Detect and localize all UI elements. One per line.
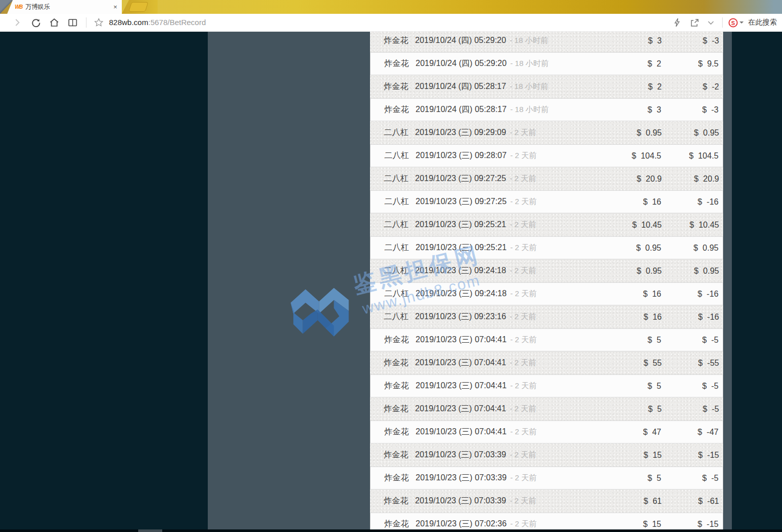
bet-datetime: 2019/10/23 (三) 07:03:39 [416,473,507,482]
time-ago-label: - 2 天前 [510,427,537,436]
time-ago-label: - 2 天前 [510,266,536,275]
search-here-label[interactable]: 在此搜索 [748,18,777,27]
win-loss-cell: $ -61 [662,497,719,506]
tab-title: 万博娱乐 [26,3,114,11]
bet-datetime: 2019/10/23 (三) 09:27:25 [416,197,507,206]
time-cell: 2019/10/23 (三) 09:24:18- 2 天前 [416,289,577,299]
game-name-cell: 炸金花 [370,450,415,460]
url-host: 828wb.com [109,18,148,27]
home-icon[interactable] [49,17,59,28]
win-loss-cell: $ -3 [661,105,719,115]
time-ago-label: - 2 天前 [510,151,537,160]
bet-record-row: 炸金花 2019/10/23 (三) 07:04:41- 2 天前 $ 5 $ … [370,374,723,397]
bet-record-row: 二八杠 2019/10/23 (三) 09:27:25- 2 天前 $ 20.9… [370,167,723,190]
bet-datetime: 2019/10/24 (四) 05:29:20 [415,36,506,45]
time-cell: 2019/10/23 (三) 09:29:09- 2 天前 [415,127,577,138]
bet-amount-cell: $ 47 [577,428,661,437]
bet-record-row: 炸金花 2019/10/23 (三) 07:03:39- 2 天前 $ 61 $… [370,490,723,513]
chevron-down-icon[interactable] [706,17,716,28]
bet-record-row: 炸金花 2019/10/24 (四) 05:28:17- 18 小时前 $ 3 … [370,98,723,121]
game-name-cell: 炸金花 [370,404,415,414]
time-ago-label: - 2 天前 [510,519,537,528]
game-name-cell: 炸金花 [371,473,416,483]
tab-bar: WB 万博娱乐 × [0,0,782,14]
address-bar[interactable]: 828wb.com:5678/BetRecord [109,18,206,27]
bet-record-row: 二八杠 2019/10/23 (三) 09:24:18- 2 天前 $ 0.95… [370,259,723,282]
toolbar-separator [86,17,86,28]
time-ago-label: - 2 天前 [510,404,536,413]
time-ago-label: - 2 天前 [510,450,536,459]
forward-icon[interactable] [12,17,23,28]
refresh-icon[interactable] [31,17,41,28]
bet-datetime: 2019/10/23 (三) 09:24:18 [416,289,507,298]
bet-amount-cell: $ 20.9 [577,174,662,184]
game-name-cell: 炸金花 [370,81,415,92]
game-name-cell: 二八杠 [371,289,416,299]
game-name-cell: 炸金花 [371,381,416,391]
game-name-cell: 炸金花 [370,358,415,368]
time-cell: 2019/10/23 (三) 09:24:18- 2 天前 [415,265,577,276]
bet-datetime: 2019/10/23 (三) 07:04:41 [415,358,506,367]
url-path: :5678/BetRecord [148,18,206,27]
bet-amount-cell: $ 3 [577,36,662,46]
bet-amount-cell: $ 16 [577,313,662,322]
bet-datetime: 2019/10/23 (三) 09:23:16 [415,312,506,321]
sogou-logo-icon[interactable]: S [728,17,738,28]
time-cell: 2019/10/24 (四) 05:29:20- 18 小时前 [416,58,577,69]
bet-record-row: 炸金花 2019/10/24 (四) 05:29:20- 18 小时前 $ 2 … [370,52,723,75]
win-loss-cell: $ -5 [661,336,719,345]
bet-datetime: 2019/10/23 (三) 09:24:18 [415,266,506,275]
bet-amount-cell: $ 15 [577,520,661,529]
bet-amount-cell: $ 2 [577,59,661,69]
game-name-cell: 二八杠 [370,127,415,138]
bet-amount-cell: $ 3 [577,105,661,115]
bet-amount-cell: $ 0.95 [577,128,662,138]
time-ago-label: - 2 天前 [510,358,536,367]
bet-record-row: 二八杠 2019/10/23 (三) 09:25:21- 2 天前 $ 0.95… [370,236,723,259]
bet-datetime: 2019/10/23 (三) 07:02:36 [416,519,507,528]
sogou-dropdown-icon[interactable] [739,17,744,28]
bet-datetime: 2019/10/23 (三) 07:04:41 [416,335,507,344]
bet-datetime: 2019/10/23 (三) 09:25:21 [415,220,506,229]
win-loss-cell: $ 0.95 [661,243,719,253]
win-loss-cell: $ 10.45 [662,220,719,230]
bet-amount-cell: $ 5 [577,336,661,345]
flash-plugin-icon[interactable] [672,17,682,28]
time-cell: 2019/10/23 (三) 09:25:21- 2 天前 [416,242,577,253]
share-icon[interactable] [689,17,700,28]
horizontal-scrollbar-thumb[interactable] [138,529,162,532]
time-cell: 2019/10/23 (三) 07:04:41- 2 天前 [415,358,577,368]
win-loss-cell: $ 0.95 [662,267,719,276]
bet-amount-cell: $ 2 [577,82,662,92]
time-ago-label: - 2 天前 [510,496,536,505]
win-loss-cell: $ -3 [662,36,719,46]
game-name-cell: 二八杠 [370,265,415,276]
win-loss-cell: $ -2 [662,82,719,92]
game-name-cell: 炸金花 [371,427,416,437]
bet-record-row: 二八杠 2019/10/23 (三) 09:27:25- 2 天前 $ 16 $… [370,190,723,213]
bet-record-row: 炸金花 2019/10/24 (四) 05:29:20- 18 小时前 $ 3 … [370,32,723,52]
time-cell: 2019/10/23 (三) 07:04:41- 2 天前 [416,381,577,391]
new-tab-button[interactable] [128,2,148,12]
bet-datetime: 2019/10/24 (四) 05:28:17 [415,82,506,91]
win-loss-cell: $ -5 [662,405,719,414]
bet-amount-cell: $ 16 [577,290,661,299]
favorite-star-icon[interactable] [94,17,104,28]
game-name-cell: 二八杠 [371,150,416,161]
time-cell: 2019/10/24 (四) 05:28:17- 18 小时前 [416,104,577,115]
win-loss-cell: $ -16 [661,197,719,207]
tab-close-icon[interactable]: × [113,4,117,10]
bet-record-row: 炸金花 2019/10/23 (三) 07:04:41- 2 天前 $ 5 $ … [370,397,723,420]
bet-datetime: 2019/10/23 (三) 07:04:41 [416,427,507,436]
win-loss-cell: $ -15 [662,451,719,460]
bet-amount-cell: $ 10.45 [577,220,662,230]
win-loss-cell: $ -16 [661,290,719,299]
browser-tab[interactable]: WB 万博娱乐 × [7,0,122,14]
bet-amount-cell: $ 0.95 [577,267,662,276]
bet-record-row: 炸金花 2019/10/23 (三) 07:04:41- 2 天前 $ 55 $… [370,351,723,374]
bet-record-row: 二八杠 2019/10/23 (三) 09:29:09- 2 天前 $ 0.95… [370,121,723,144]
horizontal-scrollbar[interactable] [0,529,782,532]
bet-amount-cell: $ 5 [577,382,661,391]
bet-datetime: 2019/10/23 (三) 09:28:07 [416,151,507,160]
reading-list-icon[interactable] [68,17,78,28]
